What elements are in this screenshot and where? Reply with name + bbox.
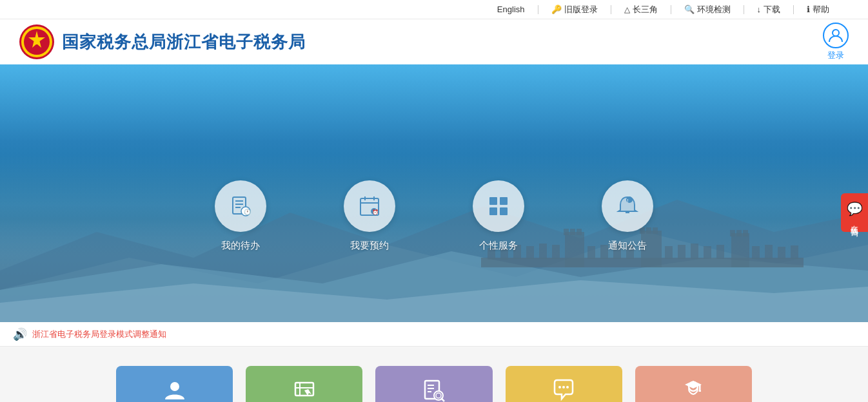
service-card-interaction[interactable]: 互动中心 [506, 366, 622, 402]
login-area[interactable]: 登录 [823, 23, 849, 61]
triangle-icon: △ [624, 5, 630, 14]
divider-4 [744, 5, 744, 14]
appointment-label: 我要预约 [350, 240, 389, 252]
header-logo: 国家税务总局浙江省电子税务局 [19, 24, 306, 59]
online-consult-widget[interactable]: 💬 在线咨询 [841, 193, 868, 232]
divider-1 [538, 5, 538, 14]
old-login-link[interactable]: 🔑 旧版登录 [551, 4, 598, 15]
svg-point-73 [558, 386, 561, 388]
ticker-text[interactable]: 浙江省电子税务局登录模式调整通知 [32, 329, 166, 340]
notice-label: 通知公告 [608, 240, 647, 252]
consult-label: 在线咨询 [850, 219, 859, 224]
avatar-icon [823, 23, 849, 48]
personal-service-label: 个性服务 [479, 240, 518, 252]
hero-personal-service[interactable]: 个性服务 [473, 180, 524, 252]
divider-3 [671, 5, 671, 14]
notice-circle: ! [602, 180, 653, 232]
hero-my-todo[interactable]: 🕐 我的待办 [215, 180, 266, 252]
ticker-icon: 🔊 [13, 327, 27, 341]
key-icon: 🔑 [551, 5, 562, 14]
svg-rect-54 [489, 197, 497, 205]
login-label: 登录 [827, 50, 844, 61]
env-check-link[interactable]: 🔍 环境检测 [684, 4, 731, 15]
hero-icons: 🕐 我的待办 ⏰ 我要预约 [0, 180, 868, 252]
service-card-inquiry[interactable]: 我要查询 [375, 366, 492, 402]
svg-rect-78 [699, 385, 701, 390]
news-ticker: 🔊 浙江省电子税务局登录模式调整通知 [0, 322, 868, 347]
svg-point-75 [566, 386, 569, 388]
svg-rect-79 [699, 390, 702, 392]
consult-icon: 💬 [847, 201, 863, 216]
top-bar-links: English 🔑 旧版登录 △ 长三角 🔍 环境检测 ↓ 下载 ℹ 帮助 [497, 4, 829, 15]
download-link[interactable]: ↓ 下载 [757, 4, 781, 15]
svg-marker-65 [304, 389, 311, 396]
help-link[interactable]: ℹ 帮助 [807, 4, 829, 15]
english-link[interactable]: English [497, 5, 525, 14]
interaction-icon [551, 378, 576, 403]
top-bar: English 🔑 旧版登录 △ 长三角 🔍 环境检测 ↓ 下载 ℹ 帮助 [0, 0, 868, 19]
svg-text:⏰: ⏰ [372, 209, 379, 215]
svg-rect-56 [489, 207, 497, 215]
hero-notice[interactable]: ! 通知公告 [602, 180, 653, 252]
my-todo-label: 我的待办 [221, 240, 260, 252]
svg-point-4 [34, 39, 39, 44]
divider-5 [793, 5, 794, 14]
my-todo-circle: 🕐 [215, 180, 266, 232]
svg-point-74 [562, 386, 565, 388]
service-card-tax-handling[interactable]: 我要办税 [246, 366, 362, 402]
svg-line-68 [441, 398, 444, 401]
hero-banner: 🕐 我的待办 ⏰ 我要预约 [0, 64, 868, 322]
svg-rect-57 [500, 207, 508, 215]
env-icon: 🔍 [684, 5, 695, 14]
public-service-icon [681, 378, 705, 403]
hero-appointment[interactable]: ⏰ 我要预约 [344, 180, 395, 252]
page-title: 国家税务总局浙江省电子税务局 [62, 31, 306, 53]
service-card-my-info[interactable]: 我的信息 [116, 366, 233, 402]
svg-point-5 [833, 30, 839, 36]
download-icon: ↓ [757, 5, 762, 14]
svg-point-61 [170, 382, 179, 391]
yangtze-delta-link[interactable]: △ 长三角 [624, 4, 658, 15]
inquiry-icon [422, 378, 446, 403]
my-info-icon [163, 378, 187, 403]
appointment-circle: ⏰ [344, 180, 395, 232]
svg-rect-55 [500, 197, 508, 205]
tax-handling-icon [292, 378, 317, 403]
help-icon: ℹ [807, 5, 810, 14]
personal-service-circle [473, 180, 524, 232]
service-card-public-service[interactable]: 公众服务 [635, 366, 752, 402]
svg-text:🕐: 🕐 [244, 208, 252, 216]
national-emblem [19, 24, 54, 59]
header: 国家税务总局浙江省电子税务局 登录 [0, 19, 868, 64]
service-cards: 我的信息 我要办税 我要查询 [0, 347, 868, 402]
divider-2 [611, 5, 611, 14]
svg-text:!: ! [627, 198, 628, 204]
